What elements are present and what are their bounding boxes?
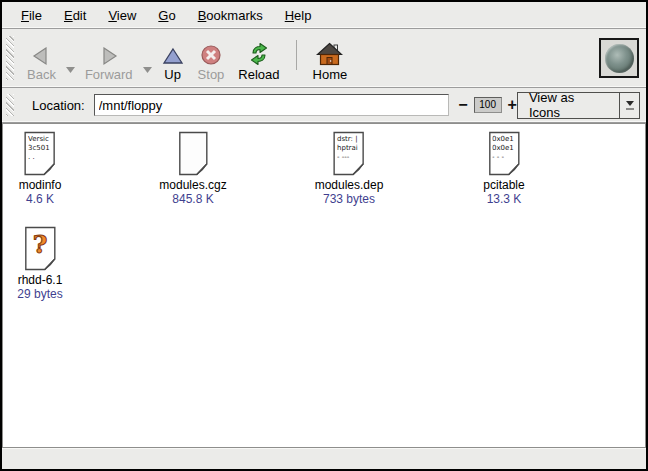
forward-history-dropdown[interactable]	[142, 60, 153, 78]
throbber	[599, 38, 639, 78]
file-size: 4.6 K	[19, 192, 62, 207]
throbber-orb-icon	[605, 44, 634, 73]
toolbar-separator	[296, 40, 297, 70]
menubar: File Edit View Go Bookmarks Help	[2, 2, 646, 29]
text-file-icon: dstr: | hptrai - ---	[332, 131, 366, 176]
back-history-dropdown[interactable]	[65, 60, 76, 78]
menu-edit[interactable]: Edit	[53, 4, 97, 27]
file-item-modules-cgz[interactable]: modules.cgz 845.8 K	[159, 131, 226, 207]
file-item-pcitable[interactable]: 0x0e1 0x0e1 - - - pcitable 13.3 K	[483, 131, 524, 207]
chevron-down-icon	[142, 66, 153, 74]
stop-icon	[200, 39, 222, 66]
toolbar-drag-handle[interactable]	[6, 36, 14, 80]
location-bar: Location: − 100 + View as Icons	[2, 88, 646, 123]
up-button[interactable]: Up	[155, 32, 191, 84]
status-bar	[2, 448, 646, 469]
text-file-icon: Versic 3c501 . .	[23, 131, 57, 176]
file-view[interactable]: Versic 3c501 . . modinfo 4.6 K modules.c…	[2, 123, 646, 448]
menu-go[interactable]: Go	[147, 4, 186, 27]
text-file-icon: 0x0e1 0x0e1 - - -	[487, 131, 521, 176]
zoom-in-button[interactable]: +	[508, 97, 517, 113]
reload-button[interactable]: Reload	[231, 32, 286, 84]
location-label: Location:	[32, 98, 85, 113]
menu-bookmarks[interactable]: Bookmarks	[187, 4, 274, 27]
file-name: modinfo	[19, 178, 62, 192]
file-size: 13.3 K	[483, 192, 524, 207]
toolbar: Back Forward Up	[2, 29, 646, 88]
zoom-level: 100	[474, 97, 502, 113]
forward-icon	[98, 39, 120, 66]
chevron-down-icon	[65, 66, 76, 74]
file-name: rhdd-6.1	[17, 273, 62, 287]
unknown-file-icon: ?	[23, 226, 57, 271]
file-size: 845.8 K	[159, 192, 226, 207]
file-item-modules-dep[interactable]: dstr: | hptrai - --- modules.dep 733 byt…	[315, 131, 384, 207]
zoom-out-button[interactable]: −	[458, 97, 467, 113]
view-mode-label: View as Icons	[518, 93, 619, 118]
back-button[interactable]: Back	[20, 32, 63, 84]
stop-button[interactable]: Stop	[191, 32, 232, 84]
menu-file[interactable]: File	[10, 4, 53, 27]
file-name: modules.dep	[315, 178, 384, 192]
back-icon	[30, 39, 52, 66]
file-size: 29 bytes	[17, 287, 62, 302]
forward-button[interactable]: Forward	[78, 32, 140, 84]
file-size: 733 bytes	[315, 192, 384, 207]
up-icon	[162, 39, 184, 66]
home-icon	[316, 39, 343, 66]
file-manager-window: File Edit View Go Bookmarks Help Back Fo…	[0, 0, 648, 471]
file-name: modules.cgz	[159, 178, 226, 192]
home-button[interactable]: Home	[306, 32, 355, 84]
reload-icon	[246, 39, 272, 66]
question-mark-icon: ?	[23, 230, 57, 259]
view-mode-dropdown[interactable]: View as Icons	[517, 92, 640, 119]
dropdown-arrow-icon[interactable]	[619, 93, 639, 118]
file-item-rhdd[interactable]: ? rhdd-6.1 29 bytes	[17, 226, 62, 302]
file-item-modinfo[interactable]: Versic 3c501 . . modinfo 4.6 K	[19, 131, 62, 207]
blank-file-icon	[177, 131, 209, 176]
menu-help[interactable]: Help	[274, 4, 323, 27]
menu-view[interactable]: View	[97, 4, 147, 27]
location-input[interactable]	[94, 94, 450, 116]
file-name: pcitable	[483, 178, 524, 192]
locationbar-drag-handle[interactable]	[6, 94, 14, 116]
